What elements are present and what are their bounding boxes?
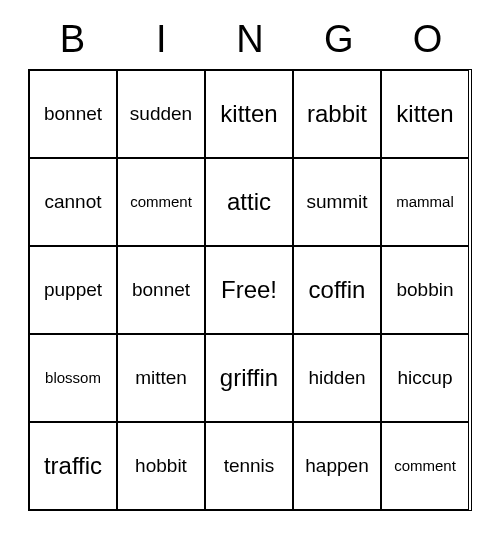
cell-text: bonnet bbox=[130, 278, 192, 303]
bingo-grid: bonnet sudden kitten rabbit kitten canno… bbox=[28, 69, 472, 511]
bingo-cell[interactable]: bonnet bbox=[117, 246, 205, 334]
bingo-header: B I N G O bbox=[28, 18, 472, 61]
bingo-cell[interactable]: kitten bbox=[205, 70, 293, 158]
bingo-cell[interactable]: bonnet bbox=[29, 70, 117, 158]
bingo-cell[interactable]: attic bbox=[205, 158, 293, 246]
cell-text: hiccup bbox=[396, 366, 455, 391]
header-letter-g: G bbox=[295, 18, 383, 61]
bingo-cell[interactable]: tennis bbox=[205, 422, 293, 510]
cell-text: bonnet bbox=[42, 102, 104, 127]
cell-text: puppet bbox=[42, 278, 104, 303]
cell-text: hobbit bbox=[133, 454, 189, 479]
bingo-cell[interactable]: griffin bbox=[205, 334, 293, 422]
bingo-cell-free[interactable]: Free! bbox=[205, 246, 293, 334]
cell-text: sudden bbox=[128, 102, 194, 127]
bingo-cell[interactable]: cannot bbox=[29, 158, 117, 246]
header-letter-o: O bbox=[384, 18, 472, 61]
cell-text: mammal bbox=[394, 192, 456, 213]
bingo-cell[interactable]: hobbit bbox=[117, 422, 205, 510]
cell-text: coffin bbox=[307, 275, 368, 305]
bingo-cell[interactable]: traffic bbox=[29, 422, 117, 510]
bingo-cell[interactable]: happen bbox=[293, 422, 381, 510]
cell-text: cannot bbox=[42, 190, 103, 215]
bingo-cell[interactable]: comment bbox=[117, 158, 205, 246]
cell-text: happen bbox=[303, 454, 370, 479]
bingo-cell[interactable]: mitten bbox=[117, 334, 205, 422]
bingo-cell[interactable]: hidden bbox=[293, 334, 381, 422]
bingo-cell[interactable]: mammal bbox=[381, 158, 469, 246]
header-letter-b: B bbox=[28, 18, 116, 61]
cell-text: kitten bbox=[218, 99, 279, 129]
cell-text: griffin bbox=[218, 363, 280, 393]
bingo-cell[interactable]: hiccup bbox=[381, 334, 469, 422]
bingo-cell[interactable]: kitten bbox=[381, 70, 469, 158]
bingo-cell[interactable]: bobbin bbox=[381, 246, 469, 334]
bingo-cell[interactable]: blossom bbox=[29, 334, 117, 422]
cell-text: traffic bbox=[42, 451, 104, 481]
cell-text: hidden bbox=[306, 366, 367, 391]
cell-text: mitten bbox=[133, 366, 189, 391]
cell-text: Free! bbox=[219, 275, 279, 305]
header-letter-i: I bbox=[117, 18, 205, 61]
cell-text: blossom bbox=[43, 368, 103, 389]
bingo-cell[interactable]: puppet bbox=[29, 246, 117, 334]
bingo-cell[interactable]: coffin bbox=[293, 246, 381, 334]
cell-text: rabbit bbox=[305, 99, 369, 129]
header-letter-n: N bbox=[206, 18, 294, 61]
cell-text: comment bbox=[392, 456, 458, 477]
cell-text: bobbin bbox=[394, 278, 455, 303]
cell-text: attic bbox=[225, 187, 273, 217]
cell-text: summit bbox=[304, 190, 369, 215]
cell-text: kitten bbox=[394, 99, 455, 129]
cell-text: tennis bbox=[222, 454, 277, 479]
bingo-cell[interactable]: sudden bbox=[117, 70, 205, 158]
cell-text: comment bbox=[128, 192, 194, 213]
bingo-cell[interactable]: comment bbox=[381, 422, 469, 510]
bingo-cell[interactable]: rabbit bbox=[293, 70, 381, 158]
bingo-cell[interactable]: summit bbox=[293, 158, 381, 246]
